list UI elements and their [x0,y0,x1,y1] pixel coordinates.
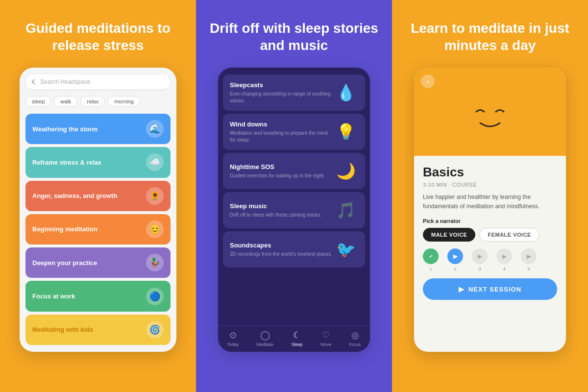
list-item[interactable]: Soundscapes 3D recordings from the world… [223,231,365,268]
tag-sleep[interactable]: sleep [25,96,51,107]
sleep-item-text: Wind downs Meditation and breathing to p… [230,121,334,144]
sleep-item-desc: Ever-changing storytelling in range of s… [230,91,334,104]
tag-walk[interactable]: walk [54,96,77,107]
session-num-4: 4 [503,267,505,271]
sleep-item-icon: 🐦 [334,237,358,262]
tag-list: sleep walk relax morning [25,96,171,107]
session-num-2: 2 [454,267,456,271]
list-item[interactable]: Weathering the storm 🌊 [25,114,171,144]
panel1-title: Guided meditations to release stress [10,20,186,54]
tag-morning[interactable]: morning [108,96,140,107]
sleep-item-icon: 💡 [334,120,358,144]
sleep-item-title: Wind downs [230,121,334,128]
svg-point-0 [462,90,518,144]
item-label: Reframe stress & relax [32,159,101,166]
session-num-3: 3 [478,267,481,271]
session-dot-4[interactable]: ▶ [496,248,512,264]
item-icon: 🌻 [146,187,164,205]
sleep-item-desc: Guided exercises for waking up in the ni… [230,172,334,179]
search-input[interactable]: Search Headspace [40,78,90,85]
list-item[interactable]: Wind downs Meditation and breathing to p… [223,114,365,150]
nav-today[interactable]: ⊙ Today [227,330,239,347]
tag-relax[interactable]: relax [80,96,105,107]
narrator-buttons: MALE VOICE FEMALE VOICE [423,228,557,242]
search-bar[interactable]: Search Headspace [25,74,171,89]
course-title: Basics [423,165,557,180]
sleep-item-text: Sleep music Drift off to sleep with thes… [230,202,334,219]
list-item[interactable]: Reframe stress & relax ☁️ [25,147,171,177]
list-item[interactable]: Sleep music Drift off to sleep with thes… [223,192,365,228]
session-dot-1[interactable]: ✓ [423,248,439,264]
nav-focus[interactable]: ◎ Focus [349,330,361,347]
sleep-item-title: Soundscapes [230,242,334,249]
back-button[interactable]: ‹ [421,74,435,88]
session-dots: ✓ 1 ▶ 2 ▶ 3 ▶ 4 ▶ 5 [423,248,557,271]
next-session-label: NEXT SESSION [468,286,521,293]
today-icon: ⊙ [229,330,237,341]
meditate-icon: ◯ [260,330,270,341]
nav-meditate-label: Meditate [257,342,274,347]
nav-meditate[interactable]: ◯ Meditate [257,330,274,347]
bottom-nav: ⊙ Today ◯ Meditate ☾ Sleep ♡ Move ◎ Focu… [218,325,370,352]
panel3-title: Learn to meditate in just minutes a day [402,20,578,54]
female-voice-button[interactable]: FEMALE VOICE [479,228,539,242]
list-item[interactable]: Nighttime SOS Guided exercises for wakin… [223,153,365,189]
panel-sleep: Drift off with sleep stories and music S… [196,0,392,392]
list-item[interactable]: Focus at work 🔵 [25,281,171,311]
phone-basics: ‹ Basics 3-10 MIN · COURSE Live happier … [414,68,566,352]
item-label: Focus at work [32,293,75,300]
phone-meditations: Search Headspace sleep walk relax mornin… [20,68,176,352]
sleep-item-desc: Drift off to sleep with these calming tr… [230,212,334,219]
item-label: Deepen your practice [32,259,97,267]
nav-move-label: Move [320,342,331,347]
phone-sleep: Sleepcasts Ever-changing storytelling in… [218,68,370,352]
focus-icon: ◎ [351,330,359,341]
panel-basics: Learn to meditate in just minutes a day … [392,0,588,392]
play-icon: ▶ [459,285,465,293]
item-icon: 🔵 [146,288,164,305]
sleep-item-title: Sleepcasts [230,81,334,89]
list-item[interactable]: Meditating with kids 🌀 [25,315,171,345]
item-icon: 🌀 [146,321,164,339]
session-dot-2[interactable]: ▶ [447,248,463,264]
nav-sleep-label: Sleep [292,342,303,347]
sleep-item-text: Nighttime SOS Guided exercises for wakin… [230,163,334,179]
move-icon: ♡ [322,330,330,341]
item-label: Meditating with kids [32,326,93,333]
male-voice-button[interactable]: MALE VOICE [423,228,475,242]
list-item[interactable]: Beginning meditation 😊 [25,214,171,245]
item-label: Anger, sadness, and growth [32,192,117,199]
session-1: ✓ 1 [423,248,439,271]
sleep-item-text: Sleepcasts Ever-changing storytelling in… [230,81,334,104]
sleep-icon: ☾ [293,330,301,341]
item-label: Beginning meditation [32,225,98,233]
meditation-list: Weathering the storm 🌊 Reframe stress & … [25,114,171,345]
session-5: ▶ 5 [521,248,537,271]
nav-sleep[interactable]: ☾ Sleep [292,330,303,347]
session-num-5: 5 [527,267,530,271]
item-icon: 😊 [146,220,164,238]
list-item[interactable]: Sleepcasts Ever-changing storytelling in… [223,74,365,111]
sleep-item-title: Nighttime SOS [230,163,334,171]
session-4: ▶ 4 [496,248,512,271]
back-icon [31,79,37,84]
narrator-label: Pick a narrator [423,218,557,224]
session-2: ▶ 2 [447,248,463,271]
sleep-item-desc: 3D recordings from the world's loveliest… [230,251,334,258]
sleep-item-icon: 🎵 [334,198,358,222]
list-item[interactable]: Anger, sadness, and growth 🌻 [25,181,171,211]
session-3: ▶ 3 [472,248,488,271]
course-desc: Live happier and healthier by learning t… [423,193,557,211]
nav-move[interactable]: ♡ Move [320,330,331,347]
sleep-item-icon: 🌙 [334,159,358,183]
sleep-item-text: Soundscapes 3D recordings from the world… [230,242,334,258]
list-item[interactable]: Deepen your practice 🦆 [25,247,171,278]
session-dot-3[interactable]: ▶ [472,248,488,264]
headspace-character [456,80,524,144]
panel-meditations: Guided meditations to release stress Sea… [0,0,196,392]
item-label: Weathering the storm [32,125,98,133]
sleep-item-title: Sleep music [230,202,334,210]
session-dot-5[interactable]: ▶ [521,248,537,264]
next-session-button[interactable]: ▶ NEXT SESSION [423,278,557,300]
nav-focus-label: Focus [349,342,361,347]
